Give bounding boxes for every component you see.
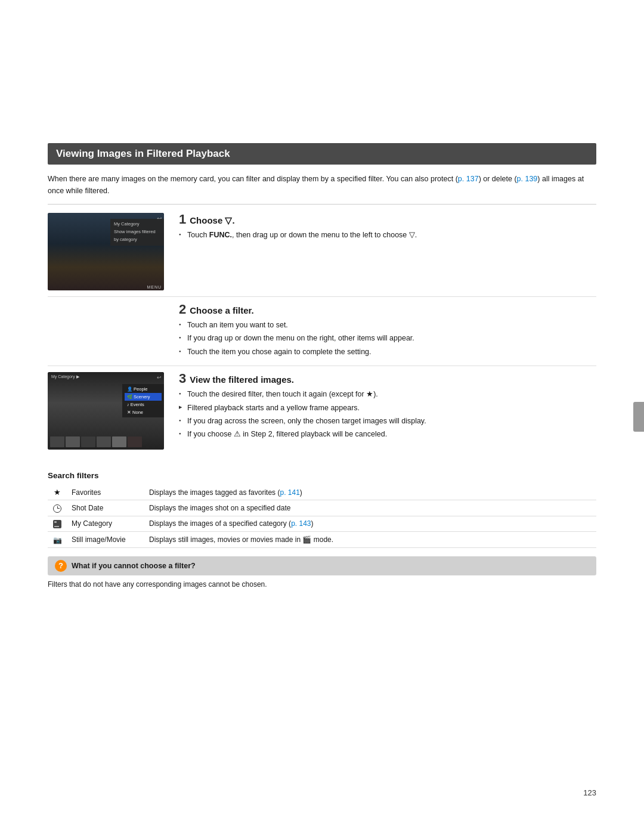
step-3-title: View the filtered images.: [190, 374, 294, 385]
step-3-bullet-2: Filtered playback starts and a yellow fr…: [179, 402, 596, 414]
steps-area: ↩ My Category Show images filtered by ca…: [48, 213, 596, 462]
category-link[interactable]: p. 143: [291, 519, 311, 528]
filter-name-category: My Category: [67, 516, 144, 532]
cam2-filmstrip: [48, 435, 164, 448]
step-2-title: Choose a filter.: [190, 305, 254, 315]
search-filters-section: Search filters ★ Favorites Displays the …: [48, 471, 596, 548]
step-1-content: 1 Choose ▽. Touch FUNC., then drag up or…: [179, 213, 596, 243]
page-number: 123: [583, 788, 596, 797]
step-1-bullets: Touch FUNC., then drag up or down the me…: [179, 230, 596, 241]
step-2-heading: 2 Choose a filter.: [179, 303, 596, 316]
cam2-label: My Category ▶: [51, 374, 79, 379]
info-icon: ?: [55, 560, 67, 572]
step-2-bullet-1: Touch an item you want to set.: [179, 320, 596, 331]
filters-table: ★ Favorites Displays the images tagged a…: [48, 485, 596, 548]
intro-text-1: When there are many images on the memory…: [48, 175, 458, 183]
step-1-image: ↩ My Category Show images filtered by ca…: [48, 213, 167, 290]
step-2-number: 2: [179, 303, 186, 316]
filter-row-favorites: ★ Favorites Displays the images tagged a…: [48, 485, 596, 500]
step-3-bullets: Touch the desired filter, then touch it …: [179, 389, 596, 441]
step-2-content: 2 Choose a filter. Touch an item you wan…: [179, 303, 596, 360]
page-title: Viewing Images in Filtered Playback: [48, 143, 596, 165]
info-box: ? What if you cannot choose a filter?: [48, 556, 596, 575]
category-icon: [53, 520, 61, 528]
step-1-row: ↩ My Category Show images filtered by ca…: [48, 213, 596, 297]
filter-name-shot-date: Shot Date: [67, 500, 144, 516]
step-3-bullet-4: If you choose ⚠ in Step 2, filtered play…: [179, 429, 596, 440]
info-box-content: What if you cannot choose a filter?: [72, 562, 196, 570]
filter-icon-category: [48, 516, 67, 532]
favorites-link[interactable]: p. 141: [280, 488, 299, 497]
step-3-content: 3 View the filtered images. Touch the de…: [179, 372, 596, 442]
step-1-number: 1: [179, 213, 186, 226]
sidebar-tab: [633, 402, 644, 432]
filter-name-movie: Still image/Movie: [67, 532, 144, 548]
filter-desc-movie: Displays still images, movies or movies …: [144, 532, 596, 548]
step-2-image: [48, 303, 167, 309]
intro-link-1[interactable]: p. 137: [458, 175, 479, 183]
intro-text-2: ) or delete (: [479, 175, 517, 183]
filter-desc-shot-date: Displays the images shot on a specified …: [144, 500, 596, 516]
cam1-menu-label: MENU: [147, 285, 162, 289]
intro-paragraph: When there are many images on the memory…: [48, 173, 596, 205]
step-3-number: 3: [179, 372, 186, 385]
step-2-bullet-3: Touch the item you chose again to comple…: [179, 346, 596, 358]
step-1-heading: 1 Choose ▽.: [179, 213, 596, 226]
star-icon: ★: [54, 488, 61, 497]
search-filters-title: Search filters: [48, 471, 596, 480]
step-3-image: My Category ▶ ↩ 👤 People 🌿 Scenery ♪ Eve…: [48, 372, 167, 450]
intro-link-2[interactable]: p. 139: [517, 175, 538, 183]
step-2-row: 2 Choose a filter. Touch an item you wan…: [48, 303, 596, 366]
filter-row-movie: 📷 Still image/Movie Displays still image…: [48, 532, 596, 548]
filter-icon-movie: 📷: [48, 532, 67, 548]
movie-icon: 📷: [53, 536, 62, 544]
filter-note: Filters that do not have any correspondi…: [48, 580, 596, 589]
clock-icon: [53, 504, 61, 513]
info-box-title: What if you cannot choose a filter?: [72, 562, 196, 570]
cam2-back-icon: ↩: [157, 374, 162, 380]
step-3-row: My Category ▶ ↩ 👤 People 🌿 Scenery ♪ Eve…: [48, 372, 596, 456]
step-3-heading: 3 View the filtered images.: [179, 372, 596, 385]
step-1-title: Choose ▽.: [190, 215, 234, 226]
cam2-menu: 👤 People 🌿 Scenery ♪ Events ✕ None: [122, 384, 164, 417]
cam1-menu: My Category Show images filtered by cate…: [110, 219, 164, 246]
step-2-bullet-2: If you drag up or down the menu on the r…: [179, 333, 596, 344]
camera-screen-2: My Category ▶ ↩ 👤 People 🌿 Scenery ♪ Eve…: [48, 372, 164, 450]
filter-name-favorites: Favorites: [67, 485, 144, 500]
camera-screen-1: ↩ My Category Show images filtered by ca…: [48, 213, 164, 290]
step-1-bullet-1: Touch FUNC., then drag up or down the me…: [179, 230, 596, 241]
filter-row-category: My Category Displays the images of a spe…: [48, 516, 596, 532]
filter-icon-shot-date: [48, 500, 67, 516]
step-3-bullet-1: Touch the desired filter, then touch it …: [179, 389, 596, 400]
step-3-bullet-3: If you drag across the screen, only the …: [179, 416, 596, 427]
page: Viewing Images in Filtered Playback When…: [0, 0, 644, 833]
filter-row-shot-date: Shot Date Displays the images shot on a …: [48, 500, 596, 516]
filter-icon-favorites: ★: [48, 485, 67, 500]
filter-desc-category: Displays the images of a specified categ…: [144, 516, 596, 532]
step-2-bullets: Touch an item you want to set. If you dr…: [179, 320, 596, 358]
filter-desc-favorites: Displays the images tagged as favorites …: [144, 485, 596, 500]
